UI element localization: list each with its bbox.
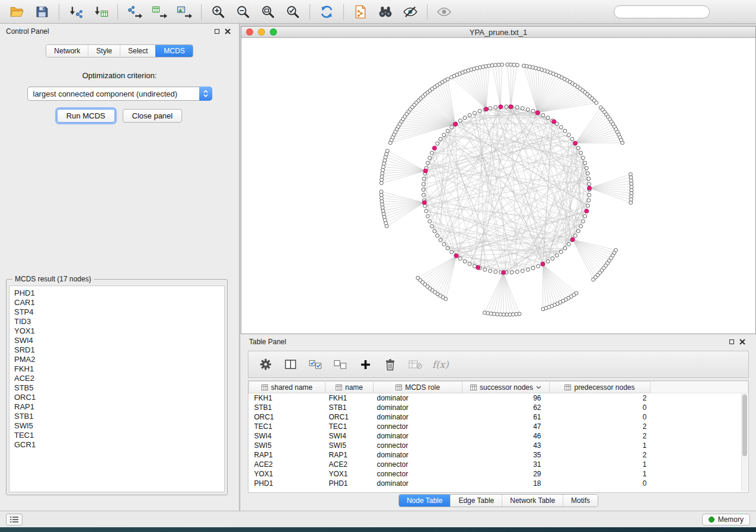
table-row[interactable]: RAP1RAP1dominator352 <box>249 450 748 460</box>
column-header-predecessor-nodes[interactable]: predecessor nodes <box>550 382 650 393</box>
mcds-result-item[interactable]: PMA2 <box>14 355 219 364</box>
table-row[interactable]: PHD1PHD1dominator180 <box>249 479 748 488</box>
search-modules-button[interactable] <box>373 2 398 21</box>
mcds-result-item[interactable]: RAP1 <box>14 402 219 412</box>
tab-edge-table[interactable]: Edge Table <box>450 495 502 507</box>
mcds-result-item[interactable]: STB5 <box>14 383 219 393</box>
column-header-successor-nodes[interactable]: successor nodes <box>462 382 550 393</box>
control-panel-title: Control Panel <box>6 27 49 36</box>
zoom-fit-icon <box>261 5 275 19</box>
new-network-from-selection-button[interactable] <box>348 2 373 21</box>
criterion-dropdown[interactable]: largest connected component (undirected) <box>27 86 212 101</box>
table-row[interactable]: STB1STB1dominator620 <box>249 403 748 412</box>
table-scrollbar[interactable] <box>741 393 748 492</box>
criterion-value: largest connected component (undirected) <box>33 89 178 98</box>
toolbar-separator <box>343 4 344 20</box>
search-box[interactable] <box>614 5 710 18</box>
column-header-shared-name[interactable]: shared name <box>249 382 326 393</box>
mcds-result-list[interactable]: PHD1CAR1STP4TID3YOX1SWI4SRD1PMA2FKH1ACE2… <box>9 286 225 492</box>
birds-eye-view-button[interactable] <box>432 2 457 21</box>
table-row[interactable]: FKH1FKH1dominator962 <box>249 393 748 403</box>
show-log-console-button[interactable] <box>6 514 23 525</box>
float-panel-button[interactable] <box>212 27 222 36</box>
eye-slash-icon <box>403 5 418 19</box>
attribute-icon <box>336 384 342 390</box>
mcds-result-item[interactable]: STP4 <box>14 307 219 317</box>
tab-network[interactable]: Network <box>46 45 88 57</box>
tab-style[interactable]: Style <box>88 45 120 57</box>
export-network-button[interactable] <box>122 2 147 21</box>
table-row[interactable]: YOX1YOX1connector291 <box>249 469 748 479</box>
scrollbar-thumb[interactable] <box>742 395 747 456</box>
mcds-result-item[interactable]: ORC1 <box>14 393 219 402</box>
tab-node-table[interactable]: Node Table <box>399 495 451 507</box>
toolbar-separator <box>427 4 428 20</box>
open-button[interactable] <box>5 2 30 21</box>
table-row[interactable]: ORC1ORC1dominator610 <box>249 412 748 422</box>
import-network-button[interactable] <box>63 2 88 21</box>
tab-select[interactable]: Select <box>120 45 155 57</box>
delete-row-button[interactable] <box>380 354 400 374</box>
network-canvas[interactable] <box>241 38 755 334</box>
mcds-result-item[interactable]: GCR1 <box>14 440 219 450</box>
close-panel-icon-button[interactable] <box>222 27 233 36</box>
memory-button[interactable]: Memory <box>702 514 750 525</box>
application-window: Control Panel Network Style Select MCDS … <box>0 0 756 527</box>
close-panel-button[interactable]: Close panel <box>123 109 183 123</box>
export-image-button[interactable] <box>172 2 197 21</box>
toolbar-separator <box>310 4 310 20</box>
sort-chevron-icon <box>536 386 541 389</box>
mcds-result-item[interactable]: TID3 <box>14 317 219 326</box>
deselect-all-button[interactable] <box>330 354 350 374</box>
zoom-out-button[interactable] <box>231 2 256 21</box>
column-header-mcds-role[interactable]: MCDS role <box>374 382 462 393</box>
column-header-name[interactable]: name <box>326 382 374 393</box>
tab-motifs[interactable]: Motifs <box>563 495 598 507</box>
float-table-panel-button[interactable] <box>726 337 737 347</box>
table-row[interactable]: TEC1TEC1connector472 <box>249 422 748 431</box>
mcds-result-item[interactable]: STB1 <box>14 412 219 421</box>
mcds-result-item[interactable]: YOX1 <box>14 326 219 336</box>
select-all-button[interactable] <box>305 354 326 374</box>
save-button[interactable] <box>30 2 55 21</box>
search-input[interactable] <box>622 8 714 16</box>
hide-selected-button[interactable] <box>405 354 425 374</box>
toolbar-separator <box>117 4 118 20</box>
mcds-result-item[interactable]: ACE2 <box>14 374 219 383</box>
close-icon <box>225 28 231 34</box>
zoom-fit-button[interactable] <box>256 2 280 21</box>
tab-mcds[interactable]: MCDS <box>155 45 192 57</box>
mcds-result-item[interactable]: SWI4 <box>14 336 219 345</box>
refresh-button[interactable] <box>314 2 339 21</box>
table-row[interactable]: SWI4SWI4dominator462 <box>249 431 748 441</box>
plus-icon <box>360 359 371 370</box>
table-row[interactable]: ACE2ACE2connector311 <box>249 460 748 469</box>
table-row[interactable]: SWI5SWI5connector431 <box>249 441 748 450</box>
mcds-result-item[interactable]: FKH1 <box>14 364 219 374</box>
tab-network-table[interactable]: Network Table <box>502 495 563 507</box>
attribute-icon <box>395 384 402 390</box>
float-icon <box>729 339 734 344</box>
mcds-result-item[interactable]: SRD1 <box>14 345 219 355</box>
zoom-in-button[interactable] <box>206 2 231 21</box>
import-table-button[interactable] <box>88 2 113 21</box>
close-table-panel-button[interactable] <box>737 337 748 347</box>
show-hide-graphics-button[interactable] <box>398 2 423 21</box>
run-mcds-button[interactable]: Run MCDS <box>57 109 115 123</box>
show-columns-button[interactable] <box>280 354 301 374</box>
attribute-icon <box>564 384 571 390</box>
mcds-result-item[interactable]: PHD1 <box>14 289 219 298</box>
zoom-out-icon <box>236 5 250 19</box>
mcds-result-item[interactable]: TEC1 <box>14 431 219 440</box>
zoom-selected-icon <box>286 5 300 19</box>
table-settings-button[interactable] <box>256 354 276 374</box>
hide-selected-icon <box>409 359 422 370</box>
export-table-button[interactable] <box>147 2 172 21</box>
mcds-result-item[interactable]: SWI5 <box>14 421 219 431</box>
mcds-result-item[interactable]: CAR1 <box>14 298 219 307</box>
function-builder-button[interactable]: f(x) <box>430 359 451 370</box>
attribute-icon <box>261 384 268 390</box>
zoom-selected-button[interactable] <box>280 2 305 21</box>
add-row-button[interactable] <box>355 354 375 374</box>
control-panel: Control Panel Network Style Select MCDS … <box>0 24 240 511</box>
